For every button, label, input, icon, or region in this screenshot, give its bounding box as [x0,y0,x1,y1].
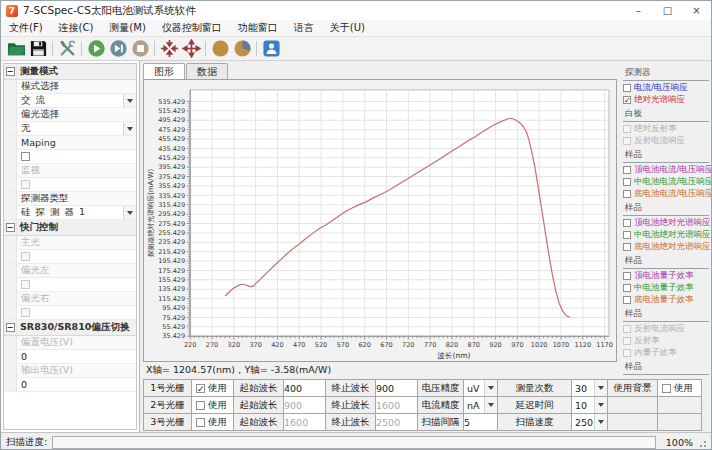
dropdown-button[interactable] [123,206,136,219]
close-button[interactable]: × [682,1,711,20]
run-to-end-icon[interactable] [108,39,128,59]
collapse-icon[interactable]: − [6,67,15,76]
property-checkbox[interactable] [21,152,30,161]
tab-data[interactable]: 数据 [186,63,228,79]
property-checkbox[interactable] [21,308,30,317]
curve-checkbox[interactable] [623,231,631,239]
curve-checkbox-item[interactable]: 顶电池量子效率 [623,270,709,282]
dropdown-button[interactable] [123,122,136,135]
dropdown-button[interactable] [123,94,136,107]
param1-dropdown[interactable]: uV [464,380,497,396]
stop-icon[interactable] [130,39,150,59]
curve-checkbox-item[interactable]: 中电池量子效率 [623,282,709,294]
curve-checkbox[interactable] [623,125,631,133]
curve-checkbox[interactable] [623,272,631,280]
use-checkbox[interactable]: ✓ [196,384,205,393]
resize-grip[interactable] [698,433,708,450]
curve-checkbox[interactable] [623,296,631,304]
param1-value[interactable]: nA [464,397,498,414]
curve-checkbox[interactable] [623,219,631,227]
menu-measure[interactable]: 测量(M) [101,20,153,36]
chart-area[interactable]: 2202703203704204705205706206707207708208… [143,79,617,362]
use-cell[interactable]: ✓使用 [192,380,234,397]
property-checkbox[interactable] [21,252,30,261]
start-wavelength-input[interactable]: 900 [284,397,326,414]
param1-dropdown[interactable]: nA [464,397,497,413]
param2-dropdown[interactable]: 30 [572,380,607,396]
dropdown-button[interactable] [594,380,607,396]
property-input[interactable]: 0 [17,350,136,363]
curve-checkbox-item[interactable]: 电流/电压响应 [623,82,709,94]
param2-value[interactable]: 250 [572,414,608,431]
property-checkbox[interactable] [21,280,30,289]
param2-value[interactable]: 30 [572,380,608,397]
curve-checkbox[interactable] [623,284,631,292]
use-checkbox[interactable] [196,418,205,427]
curve-checkbox[interactable]: ✓ [623,96,631,104]
section-header[interactable]: −测量模式 [4,64,136,80]
end-wavelength-input[interactable]: 1600 [376,397,418,414]
curve-checkbox-item[interactable]: 反射电流响应 [623,323,709,335]
curve-checkbox-item[interactable]: 中电池电流/电压响应 [623,176,709,188]
curve-checkbox[interactable] [623,166,631,174]
curve-checkbox-item[interactable]: 反射率 [623,335,709,347]
property-checkbox[interactable] [21,180,30,189]
param2-dropdown[interactable]: 10 [572,397,607,413]
collapse-icon[interactable]: − [6,323,15,332]
param1-value[interactable]: uV [464,380,498,397]
param2-value[interactable]: 10 [572,397,608,414]
minimize-button[interactable]: – [624,1,653,20]
start-wavelength-input[interactable]: 400 [284,380,326,397]
curve-checkbox[interactable] [623,137,631,145]
run-icon[interactable] [86,39,106,59]
dropdown-button[interactable] [594,397,607,413]
curve-checkbox-item[interactable]: ✓绝对光谱响应 [623,94,709,106]
menu-about[interactable]: 关于(U) [322,20,373,36]
property-dropdown[interactable]: 交 流 [17,94,136,107]
pie-chart-icon[interactable] [232,39,252,59]
dropdown-button[interactable] [484,380,497,396]
curve-checkbox[interactable] [623,337,631,345]
property-dropdown[interactable]: 无 [17,122,136,135]
circle-icon[interactable] [210,39,230,59]
menu-instrument-control[interactable]: 仪器控制窗口 [154,20,230,36]
curve-checkbox[interactable] [623,84,631,92]
curve-checkbox[interactable] [623,325,631,333]
curve-checkbox-item[interactable]: 中电池绝对光谱响应 [623,229,709,241]
param2-dropdown[interactable]: 250 [572,414,607,430]
menu-language[interactable]: 语言 [286,20,322,36]
menu-connect[interactable]: 连接(C) [51,20,102,36]
use-checkbox[interactable] [196,401,205,410]
collapse-arrows-icon[interactable] [159,39,179,59]
menu-function-window[interactable]: 功能窗口 [230,20,286,36]
curve-checkbox-item[interactable]: 底电池电流/电压响应 [623,188,709,200]
property-dropdown[interactable]: 硅 探 测 器 1 [17,206,136,219]
param1-value[interactable]: 5 [464,414,498,431]
open-folder-icon[interactable] [6,39,26,59]
curve-checkbox-item[interactable]: 反射电流响应 [623,135,709,147]
tab-graph[interactable]: 图形 [143,63,185,79]
curve-checkbox[interactable] [623,243,631,251]
use-cell[interactable]: 使用 [192,414,234,431]
move-arrows-icon[interactable] [181,39,201,59]
curve-checkbox-item[interactable]: 底电池量子效率 [623,294,709,306]
save-icon[interactable] [28,39,48,59]
tools-icon[interactable] [57,39,77,59]
start-wavelength-input[interactable]: 1600 [284,414,326,431]
curve-checkbox-item[interactable]: 顶电池绝对光谱响应 [623,217,709,229]
curve-checkbox-item[interactable]: 顶电池电流/电压响应 [623,164,709,176]
use-background-checkbox[interactable] [662,384,671,393]
curve-checkbox-item[interactable]: 底电池绝对光谱响应 [623,241,709,253]
use-background-cell[interactable]: 使用 [658,380,702,397]
section-header[interactable]: −快门控制 [4,220,136,236]
curve-checkbox[interactable] [623,190,631,198]
section-header[interactable]: −SR830/SR810偏压切换 [4,320,136,336]
user-icon[interactable] [261,39,281,59]
end-wavelength-input[interactable]: 2500 [376,414,418,431]
menu-file[interactable]: 文件(F) [1,20,51,36]
curve-checkbox[interactable] [623,349,631,357]
end-wavelength-input[interactable]: 900 [376,380,418,397]
use-cell[interactable]: 使用 [192,397,234,414]
curve-checkbox-item[interactable]: 绝对反射率 [623,123,709,135]
collapse-icon[interactable]: − [6,223,15,232]
